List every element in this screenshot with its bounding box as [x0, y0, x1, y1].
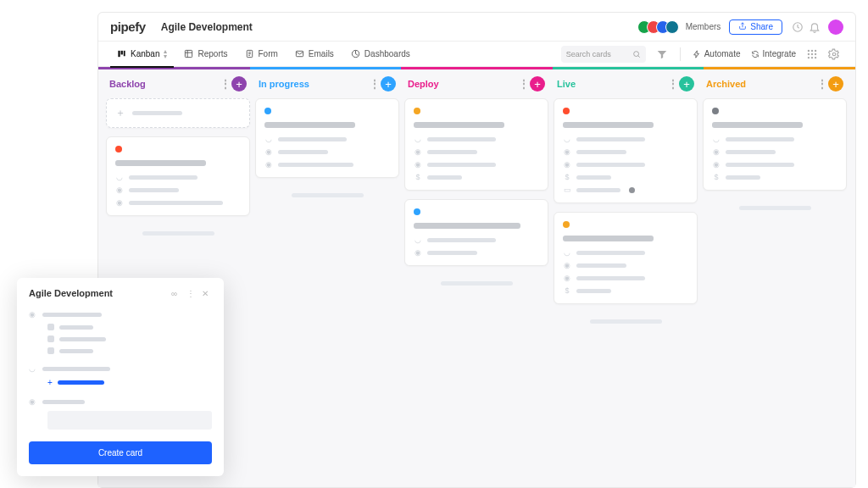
placeholder-line: [278, 137, 347, 141]
tab-dashboards[interactable]: Dashboards: [344, 42, 417, 67]
quick-add-card[interactable]: ＋: [106, 98, 250, 128]
link-icon[interactable]: ∞: [171, 289, 181, 298]
column-in-progress: In progress ⋮ + ◡ ◉ ◉: [255, 69, 399, 487]
status-dot-red: [115, 146, 122, 152]
column-footer-placeholder: [142, 231, 214, 236]
tab-form[interactable]: Form: [238, 42, 285, 67]
dollar-icon: $: [712, 173, 721, 181]
tab-emails[interactable]: Emails: [288, 42, 341, 67]
placeholder-line: [576, 263, 626, 268]
placeholder-line: [129, 201, 223, 205]
tab-label: Emails: [309, 49, 334, 58]
placeholder-line: [42, 400, 85, 404]
svg-rect-3: [124, 51, 125, 56]
more-icon[interactable]: ⋮: [186, 289, 197, 298]
placeholder-line: [132, 111, 182, 115]
user-icon: ◡: [563, 248, 571, 257]
placeholder-line: [726, 175, 760, 180]
column-title: Deploy: [408, 79, 518, 89]
text-input[interactable]: [47, 411, 212, 430]
integrate-label: Integrate: [763, 49, 796, 58]
settings-icon[interactable]: [828, 48, 840, 60]
card-title-placeholder: [414, 223, 520, 229]
placeholder-line: [427, 175, 462, 180]
card[interactable]: ◡ ◉ ◉ $: [703, 98, 847, 191]
filter-icon[interactable]: [656, 48, 668, 60]
column-menu-icon[interactable]: ⋮: [369, 78, 381, 90]
tab-kanban[interactable]: Kanban ▴▾: [110, 42, 174, 67]
placeholder-line: [42, 313, 102, 317]
add-card-button[interactable]: +: [828, 76, 843, 92]
card[interactable]: ◡ ◉: [404, 199, 548, 266]
search-placeholder: Search cards: [566, 50, 611, 58]
share-icon: [738, 22, 747, 32]
placeholder-line: [427, 238, 496, 242]
svg-point-15: [811, 56, 813, 58]
link-placeholder[interactable]: [58, 380, 104, 385]
user-icon: ◡: [414, 236, 422, 244]
radio-icon: ◉: [115, 186, 124, 194]
svg-rect-2: [121, 51, 123, 55]
integrate-button[interactable]: Integrate: [748, 49, 799, 58]
card[interactable]: ◡ ◉ ◉: [255, 98, 399, 178]
bell-icon[interactable]: [809, 21, 821, 33]
card[interactable]: ◡ ◉ ◉ $ ▭: [554, 98, 698, 203]
automate-button[interactable]: Automate: [689, 49, 744, 58]
card[interactable]: ◡ ◉ ◉ $: [404, 98, 548, 191]
svg-point-16: [815, 56, 816, 58]
create-card-label: Create card: [98, 448, 142, 458]
svg-rect-4: [186, 50, 192, 57]
member-avatars[interactable]: [637, 20, 679, 34]
placeholder-line: [59, 325, 93, 330]
status-dot-amber: [414, 108, 420, 114]
tab-reports[interactable]: Reports: [177, 42, 234, 67]
clock-icon[interactable]: [792, 21, 804, 33]
share-button[interactable]: Share: [729, 19, 782, 35]
close-icon[interactable]: ✕: [202, 289, 212, 298]
column-menu-icon[interactable]: ⋮: [816, 78, 828, 90]
column-title: In progress: [259, 79, 369, 89]
radio-icon: ◉: [414, 147, 422, 156]
radio-icon: ◉: [414, 160, 422, 169]
plus-icon[interactable]: +: [47, 378, 53, 387]
column-menu-icon[interactable]: ⋮: [220, 78, 231, 90]
column-footer-placeholder: [739, 206, 811, 210]
placeholder-line: [576, 276, 645, 280]
card[interactable]: ◡ ◉ ◉: [106, 136, 250, 216]
tab-label: Dashboards: [364, 49, 410, 58]
search-input[interactable]: Search cards: [561, 46, 646, 63]
placeholder-line: [427, 163, 496, 167]
profile-avatar[interactable]: [828, 19, 843, 35]
svg-point-13: [815, 53, 816, 54]
status-dot-grey: [629, 187, 635, 193]
add-card-button[interactable]: +: [381, 76, 396, 92]
column-title: Archived: [706, 79, 816, 89]
tab-label: Form: [259, 49, 278, 58]
plus-icon: ＋: [115, 106, 125, 120]
add-card-button[interactable]: +: [231, 76, 247, 92]
card-title-placeholder: [115, 160, 206, 166]
card-title-placeholder: [414, 122, 504, 128]
radio-icon: ◉: [563, 160, 571, 169]
placeholder-line: [576, 150, 626, 154]
create-card-button[interactable]: Create card: [29, 441, 212, 464]
divider: [680, 47, 681, 61]
add-card-button[interactable]: +: [679, 76, 694, 92]
status-dot-blue: [264, 108, 271, 114]
add-card-button[interactable]: +: [530, 76, 545, 92]
svg-point-11: [808, 53, 810, 54]
status-dot-blue: [414, 208, 420, 215]
form-icon: [245, 49, 254, 58]
calendar-icon: ▭: [563, 186, 571, 194]
card-title-placeholder: [563, 236, 654, 241]
radio-icon: ◉: [264, 160, 273, 169]
column-menu-icon[interactable]: ⋮: [518, 78, 530, 90]
radio-icon: ◉: [563, 274, 571, 282]
square-icon: [47, 336, 54, 342]
card[interactable]: ◡ ◉ ◉ $: [554, 212, 698, 304]
members-label[interactable]: Members: [686, 22, 721, 31]
card-title-placeholder: [712, 122, 803, 128]
column-menu-icon[interactable]: ⋮: [667, 78, 679, 90]
card-title-placeholder: [264, 122, 355, 128]
apps-icon[interactable]: [806, 48, 818, 60]
